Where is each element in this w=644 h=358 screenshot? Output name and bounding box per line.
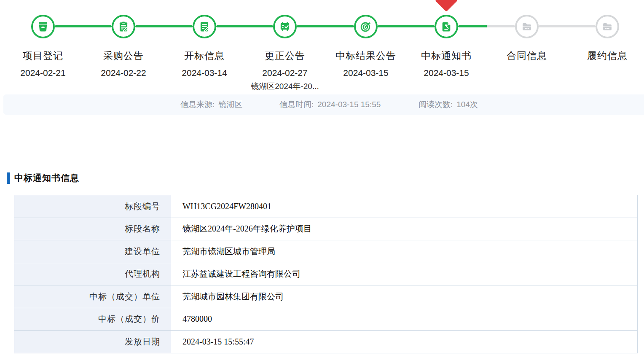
step-circle <box>193 15 216 38</box>
info-time-label: 信息时间: <box>279 99 314 110</box>
table-row: 建设单位 芜湖市镜湖区城市管理局 <box>14 240 638 263</box>
step-date: 2024-02-27 <box>245 68 325 78</box>
step-circle <box>515 15 539 38</box>
stepper-item-award-result-announcement[interactable]: 中标结果公告 2024-03-15 <box>326 0 406 78</box>
view-count-value: 104次 <box>456 99 478 110</box>
step-label: 更正公告 <box>245 49 325 62</box>
step-date: 2024-03-15 <box>406 68 486 78</box>
stepper-item-award-notice[interactable]: 中标通知书 2024-03-15 <box>406 0 486 78</box>
stepper-item-performance-info: 履约信息 <box>567 0 644 62</box>
stepper-item-project-registration[interactable]: 项目登记 2024-02-21 <box>3 0 83 78</box>
step-date: 2024-03-14 <box>164 68 244 78</box>
field-value: 2024-03-15 15:55:47 <box>171 331 638 353</box>
stepper-item-contract-info: 合同信息 <box>487 0 567 62</box>
table-row: 代理机构 江苏益诚建设工程咨询有限公司 <box>14 263 638 285</box>
field-label: 中标（成交）价 <box>14 308 171 331</box>
table-row: 中标（成交）单位 芜湖城市园林集团有限公司 <box>14 285 638 308</box>
stepper-item-procurement-announcement[interactable]: 采购公告 2024-02-22 <box>83 0 164 78</box>
field-label: 中标（成交）单位 <box>14 285 171 308</box>
target-dart-icon <box>359 20 373 33</box>
step-label: 开标信息 <box>164 49 244 62</box>
step-circle <box>31 15 55 38</box>
info-source-label: 信息来源: <box>180 99 215 110</box>
field-value: 芜湖城市园林集团有限公司 <box>171 285 638 308</box>
step-label: 项目登记 <box>3 49 83 62</box>
step-label: 合同信息 <box>487 49 567 62</box>
award-notice-table: 标段编号 WH13CG2024FW280401 标段名称 镜湖区2024年-20… <box>14 195 638 353</box>
folder-dots-icon <box>601 20 614 33</box>
info-source-value: 镜湖区 <box>218 99 242 110</box>
document-pencil-icon <box>198 20 211 33</box>
step-date: 2024-02-21 <box>3 68 83 78</box>
step-label: 中标通知书 <box>406 49 486 62</box>
stepper-item-bid-opening-info[interactable]: 开标信息 2024-03-14 <box>164 0 244 78</box>
table-row: 发放日期 2024-03-15 15:55:47 <box>14 331 638 353</box>
step-circle <box>112 15 135 38</box>
board-check-icon <box>278 20 292 33</box>
info-time: 信息时间: 2024-03-15 15:55 <box>279 94 381 115</box>
archive-box-icon <box>36 20 50 33</box>
step-date: 2024-03-15 <box>326 68 406 78</box>
table-row: 标段名称 镜湖区2024年-2026年绿化养护项目 <box>14 218 638 240</box>
step-circle <box>596 15 619 38</box>
clipboard-pencil-icon <box>117 20 130 33</box>
award-notice-page: 项目登记 2024-02-21 采购公告 2024-02-22 <box>0 0 644 358</box>
folder-dots-icon <box>520 20 534 33</box>
related-notice-link[interactable]: 镜湖区2024年-20... <box>245 81 325 92</box>
document-gavel-icon <box>440 20 453 33</box>
section-title: 中标通知书信息 <box>14 172 79 184</box>
title-accent-bar <box>7 172 10 184</box>
step-circle <box>354 15 378 38</box>
table-row: 标段编号 WH13CG2024FW280401 <box>14 195 638 218</box>
stepper-item-correction-announcement[interactable]: 更正公告 2024-02-27 镜湖区2024年-20... <box>245 0 325 92</box>
step-label: 履约信息 <box>567 49 644 62</box>
view-count: 阅读次数: 104次 <box>419 94 478 115</box>
field-label: 标段名称 <box>14 218 171 240</box>
view-count-label: 阅读次数: <box>419 99 453 110</box>
field-label: 标段编号 <box>14 195 171 218</box>
field-label: 代理机构 <box>14 263 171 285</box>
step-circle <box>435 15 458 38</box>
field-value: 江苏益诚建设工程咨询有限公司 <box>171 263 638 285</box>
section-header: 中标通知书信息 <box>7 172 79 184</box>
field-value: WH13CG2024FW280401 <box>171 195 638 218</box>
field-value: 芜湖市镜湖区城市管理局 <box>171 240 638 263</box>
step-label: 采购公告 <box>83 49 164 62</box>
step-label: 中标结果公告 <box>326 49 406 62</box>
field-value: 镜湖区2024年-2026年绿化养护项目 <box>171 218 638 240</box>
info-time-value: 2024-03-15 15:55 <box>317 100 381 109</box>
step-date: 2024-02-22 <box>83 68 164 78</box>
project-stage-stepper: 项目登记 2024-02-21 采购公告 2024-02-22 <box>0 0 644 94</box>
meta-info-bar: 信息来源: 镜湖区 信息时间: 2024-03-15 15:55 阅读次数: 1… <box>3 94 644 115</box>
field-value: 4780000 <box>171 308 638 331</box>
table-row: 中标（成交）价 4780000 <box>14 308 638 331</box>
step-circle <box>273 15 297 38</box>
field-label: 建设单位 <box>14 240 171 263</box>
info-source: 信息来源: 镜湖区 <box>180 94 242 115</box>
field-label: 发放日期 <box>14 331 171 353</box>
